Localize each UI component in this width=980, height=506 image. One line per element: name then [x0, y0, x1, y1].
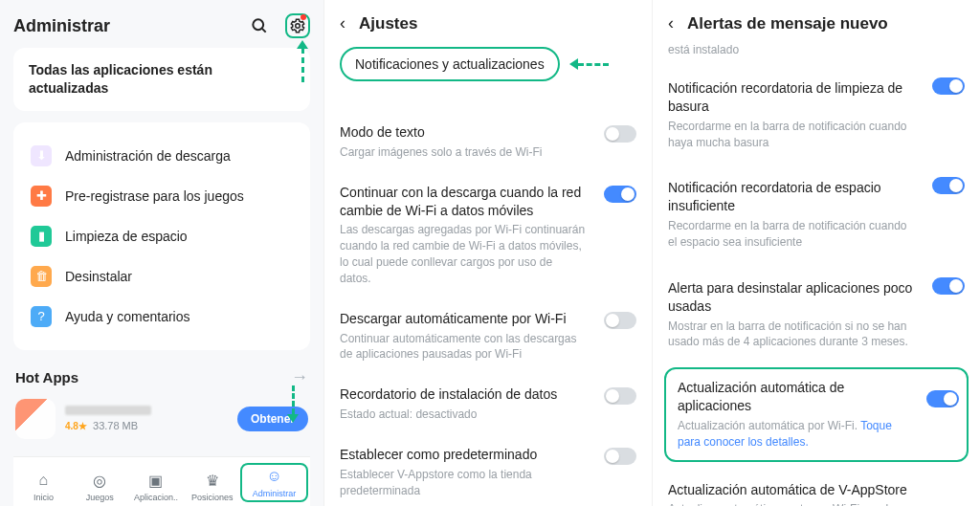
svg-line-1 — [262, 29, 266, 33]
tutorial-arrow-left-icon — [569, 58, 609, 70]
trash-icon: 🗑 — [31, 266, 52, 287]
app-size: 33.78 MB — [93, 420, 138, 431]
hot-apps-title: Hot Apps — [15, 369, 78, 385]
download-icon: ⬇ — [31, 145, 52, 166]
menu-item-uninstall[interactable]: 🗑Desinstalar — [29, 256, 295, 297]
toggle[interactable] — [604, 448, 636, 465]
alert-low-space[interactable]: Notificación recordatoria de espacio ins… — [668, 165, 965, 265]
alert-unused-apps[interactable]: Alerta para desinstalar aplicaciones poc… — [668, 266, 965, 365]
manage-header: Administrar — [13, 10, 310, 48]
tutorial-arrow-up-icon — [297, 40, 308, 82]
svg-point-2 — [296, 24, 301, 29]
menu-item-clean[interactable]: ▮Limpieza de espacio — [29, 216, 295, 256]
back-icon[interactable]: ‹ — [668, 13, 674, 33]
highlight-desc: Actualización automática por Wi-Fi. — [678, 419, 860, 432]
tutorial-arrow-down-icon — [287, 385, 299, 423]
toggle[interactable] — [604, 186, 636, 203]
toggle[interactable] — [604, 125, 636, 143]
manage-menu: ⬇Administración de descarga ✚Pre-registr… — [13, 122, 310, 350]
alerts-title: Alertas de mensaje nuevo — [687, 14, 888, 33]
alert-cleanup[interactable]: Notificación recordatoria de limpieza de… — [668, 66, 965, 165]
notifications-updates-row[interactable]: Notificaciones y actualizaciones — [340, 47, 560, 81]
notification-dot-icon — [301, 14, 306, 20]
settings-title: Ajustes — [359, 14, 417, 33]
preregister-icon: ✚ — [31, 186, 52, 207]
alerts-header: ‹ Alertas de mensaje nuevo — [668, 10, 965, 43]
setting-default-store[interactable]: Establecer como predeterminado Establece… — [340, 436, 636, 506]
smile-icon: ☺ — [264, 466, 285, 487]
toggle[interactable] — [932, 177, 965, 194]
installed-note: está instalado — [668, 43, 965, 66]
nav-rankings[interactable]: ♛Posiciones — [184, 470, 240, 502]
page-title: Administrar — [13, 16, 110, 36]
alerts-list: Notificación recordatoria de limpieza de… — [668, 66, 965, 506]
update-status-card[interactable]: Todas las aplicaciones están actualizada… — [13, 48, 310, 111]
search-icon[interactable] — [247, 13, 272, 38]
bottom-nav: ⌂Inicio ◎Juegos ▣Aplicacion.. ♛Posicione… — [13, 456, 310, 506]
setting-auto-download-wifi[interactable]: Descargar automáticamente por Wi-Fi Cont… — [340, 300, 636, 376]
nav-manage[interactable]: ☺Administrar — [240, 463, 308, 502]
toggle[interactable] — [604, 312, 636, 329]
app-name-blurred — [65, 406, 151, 415]
nav-apps[interactable]: ▣Aplicacion.. — [128, 470, 185, 502]
menu-item-downloads[interactable]: ⬇Administración de descarga — [29, 136, 295, 176]
settings-icon[interactable] — [285, 13, 310, 38]
toggle[interactable] — [926, 390, 959, 407]
menu-item-preregister[interactable]: ✚Pre-registrase para los juegos — [29, 176, 295, 216]
apps-icon: ▣ — [145, 470, 167, 491]
help-icon: ? — [31, 306, 52, 327]
setting-install-reminder[interactable]: Recordatorio de instalación de datos Est… — [340, 376, 636, 436]
app-rating: 4.8★ — [65, 421, 87, 431]
app-thumbnail — [15, 399, 56, 439]
nav-home[interactable]: ⌂Inicio — [15, 470, 72, 502]
chevron-right-icon: → — [291, 367, 308, 387]
gamepad-icon: ◎ — [89, 470, 110, 491]
settings-screen: ‹ Ajustes Notificaciones y actualizacion… — [323, 0, 652, 506]
broom-icon: ▮ — [31, 226, 52, 247]
app-meta: 4.8★ 33.78 MB — [65, 406, 228, 431]
alert-auto-update-store[interactable]: Actualización automática de V-AppStore A… — [668, 468, 965, 507]
setting-text-mode[interactable]: Modo de texto Cargar imágenes solo a tra… — [340, 114, 636, 174]
toggle[interactable] — [604, 387, 636, 405]
hot-apps-header[interactable]: Hot Apps → — [13, 362, 310, 395]
home-icon: ⌂ — [33, 470, 54, 491]
alerts-screen: ‹ Alertas de mensaje nuevo está instalad… — [652, 0, 980, 506]
update-status-text: Todas las aplicaciones están actualizada… — [29, 62, 212, 96]
menu-item-help[interactable]: ?Ayuda y comentarios — [29, 297, 295, 337]
alert-auto-update-apps[interactable]: Actualización automática de aplicaciones… — [664, 367, 969, 461]
crown-icon: ♛ — [202, 470, 223, 491]
setting-continue-download[interactable]: Continuar con la descarga cuando la red … — [340, 174, 636, 300]
svg-point-0 — [253, 19, 263, 30]
manage-screen: Administrar Todas las aplicaciones están… — [0, 0, 323, 506]
toggle[interactable] — [932, 77, 965, 95]
settings-list: Modo de texto Cargar imágenes solo a tra… — [340, 114, 636, 506]
hot-app-item[interactable]: 4.8★ 33.78 MB Obtener — [13, 395, 310, 447]
toggle[interactable] — [932, 277, 965, 295]
settings-header: ‹ Ajustes — [340, 10, 636, 47]
nav-games[interactable]: ◎Juegos — [72, 470, 128, 502]
back-icon[interactable]: ‹ — [340, 13, 345, 33]
